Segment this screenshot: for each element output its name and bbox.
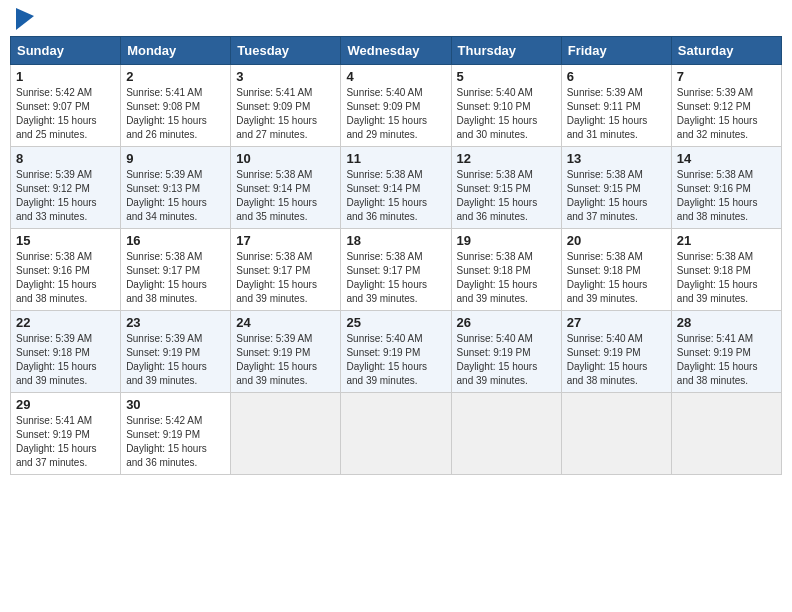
calendar-cell	[561, 393, 671, 475]
day-number: 15	[16, 233, 115, 248]
calendar-header-row: SundayMondayTuesdayWednesdayThursdayFrid…	[11, 37, 782, 65]
day-number: 1	[16, 69, 115, 84]
day-info: Sunrise: 5:40 AM Sunset: 9:19 PM Dayligh…	[457, 332, 556, 388]
day-info: Sunrise: 5:39 AM Sunset: 9:13 PM Dayligh…	[126, 168, 225, 224]
calendar-week-1: 1Sunrise: 5:42 AM Sunset: 9:07 PM Daylig…	[11, 65, 782, 147]
day-number: 4	[346, 69, 445, 84]
calendar-cell: 17Sunrise: 5:38 AM Sunset: 9:17 PM Dayli…	[231, 229, 341, 311]
header-tuesday: Tuesday	[231, 37, 341, 65]
day-number: 27	[567, 315, 666, 330]
day-info: Sunrise: 5:39 AM Sunset: 9:12 PM Dayligh…	[677, 86, 776, 142]
calendar-cell	[231, 393, 341, 475]
day-info: Sunrise: 5:38 AM Sunset: 9:18 PM Dayligh…	[567, 250, 666, 306]
calendar-cell: 4Sunrise: 5:40 AM Sunset: 9:09 PM Daylig…	[341, 65, 451, 147]
day-number: 3	[236, 69, 335, 84]
calendar-cell: 16Sunrise: 5:38 AM Sunset: 9:17 PM Dayli…	[121, 229, 231, 311]
day-info: Sunrise: 5:40 AM Sunset: 9:19 PM Dayligh…	[567, 332, 666, 388]
day-info: Sunrise: 5:41 AM Sunset: 9:19 PM Dayligh…	[16, 414, 115, 470]
day-number: 30	[126, 397, 225, 412]
day-info: Sunrise: 5:38 AM Sunset: 9:15 PM Dayligh…	[567, 168, 666, 224]
day-info: Sunrise: 5:42 AM Sunset: 9:19 PM Dayligh…	[126, 414, 225, 470]
day-info: Sunrise: 5:40 AM Sunset: 9:09 PM Dayligh…	[346, 86, 445, 142]
day-info: Sunrise: 5:42 AM Sunset: 9:07 PM Dayligh…	[16, 86, 115, 142]
calendar-cell: 18Sunrise: 5:38 AM Sunset: 9:17 PM Dayli…	[341, 229, 451, 311]
logo	[14, 10, 34, 28]
calendar-cell: 15Sunrise: 5:38 AM Sunset: 9:16 PM Dayli…	[11, 229, 121, 311]
day-info: Sunrise: 5:38 AM Sunset: 9:18 PM Dayligh…	[457, 250, 556, 306]
calendar-cell: 3Sunrise: 5:41 AM Sunset: 9:09 PM Daylig…	[231, 65, 341, 147]
header-friday: Friday	[561, 37, 671, 65]
day-number: 18	[346, 233, 445, 248]
calendar-week-3: 15Sunrise: 5:38 AM Sunset: 9:16 PM Dayli…	[11, 229, 782, 311]
day-number: 24	[236, 315, 335, 330]
calendar-cell: 5Sunrise: 5:40 AM Sunset: 9:10 PM Daylig…	[451, 65, 561, 147]
day-info: Sunrise: 5:39 AM Sunset: 9:11 PM Dayligh…	[567, 86, 666, 142]
day-number: 8	[16, 151, 115, 166]
calendar-cell: 30Sunrise: 5:42 AM Sunset: 9:19 PM Dayli…	[121, 393, 231, 475]
calendar-cell: 20Sunrise: 5:38 AM Sunset: 9:18 PM Dayli…	[561, 229, 671, 311]
calendar-cell: 26Sunrise: 5:40 AM Sunset: 9:19 PM Dayli…	[451, 311, 561, 393]
header-saturday: Saturday	[671, 37, 781, 65]
day-info: Sunrise: 5:38 AM Sunset: 9:14 PM Dayligh…	[236, 168, 335, 224]
day-info: Sunrise: 5:38 AM Sunset: 9:16 PM Dayligh…	[16, 250, 115, 306]
calendar-cell: 7Sunrise: 5:39 AM Sunset: 9:12 PM Daylig…	[671, 65, 781, 147]
calendar-cell: 28Sunrise: 5:41 AM Sunset: 9:19 PM Dayli…	[671, 311, 781, 393]
calendar-cell: 6Sunrise: 5:39 AM Sunset: 9:11 PM Daylig…	[561, 65, 671, 147]
day-number: 9	[126, 151, 225, 166]
calendar-cell: 24Sunrise: 5:39 AM Sunset: 9:19 PM Dayli…	[231, 311, 341, 393]
calendar-cell: 27Sunrise: 5:40 AM Sunset: 9:19 PM Dayli…	[561, 311, 671, 393]
calendar-cell: 25Sunrise: 5:40 AM Sunset: 9:19 PM Dayli…	[341, 311, 451, 393]
day-number: 14	[677, 151, 776, 166]
page-header	[10, 10, 782, 28]
day-info: Sunrise: 5:38 AM Sunset: 9:17 PM Dayligh…	[236, 250, 335, 306]
day-info: Sunrise: 5:38 AM Sunset: 9:18 PM Dayligh…	[677, 250, 776, 306]
header-sunday: Sunday	[11, 37, 121, 65]
calendar-cell: 1Sunrise: 5:42 AM Sunset: 9:07 PM Daylig…	[11, 65, 121, 147]
header-monday: Monday	[121, 37, 231, 65]
header-wednesday: Wednesday	[341, 37, 451, 65]
logo-icon	[16, 8, 34, 30]
day-number: 10	[236, 151, 335, 166]
day-number: 23	[126, 315, 225, 330]
calendar-cell	[451, 393, 561, 475]
day-number: 12	[457, 151, 556, 166]
svg-marker-0	[16, 8, 34, 30]
day-info: Sunrise: 5:39 AM Sunset: 9:19 PM Dayligh…	[236, 332, 335, 388]
calendar-cell: 14Sunrise: 5:38 AM Sunset: 9:16 PM Dayli…	[671, 147, 781, 229]
day-number: 28	[677, 315, 776, 330]
day-number: 7	[677, 69, 776, 84]
calendar-cell: 22Sunrise: 5:39 AM Sunset: 9:18 PM Dayli…	[11, 311, 121, 393]
day-info: Sunrise: 5:40 AM Sunset: 9:19 PM Dayligh…	[346, 332, 445, 388]
day-number: 25	[346, 315, 445, 330]
calendar-cell: 19Sunrise: 5:38 AM Sunset: 9:18 PM Dayli…	[451, 229, 561, 311]
day-info: Sunrise: 5:41 AM Sunset: 9:08 PM Dayligh…	[126, 86, 225, 142]
calendar-week-2: 8Sunrise: 5:39 AM Sunset: 9:12 PM Daylig…	[11, 147, 782, 229]
day-number: 21	[677, 233, 776, 248]
day-number: 2	[126, 69, 225, 84]
calendar-cell: 2Sunrise: 5:41 AM Sunset: 9:08 PM Daylig…	[121, 65, 231, 147]
day-info: Sunrise: 5:41 AM Sunset: 9:19 PM Dayligh…	[677, 332, 776, 388]
day-number: 22	[16, 315, 115, 330]
calendar-table: SundayMondayTuesdayWednesdayThursdayFrid…	[10, 36, 782, 475]
calendar-cell: 21Sunrise: 5:38 AM Sunset: 9:18 PM Dayli…	[671, 229, 781, 311]
calendar-week-4: 22Sunrise: 5:39 AM Sunset: 9:18 PM Dayli…	[11, 311, 782, 393]
day-info: Sunrise: 5:38 AM Sunset: 9:17 PM Dayligh…	[346, 250, 445, 306]
day-number: 5	[457, 69, 556, 84]
day-number: 29	[16, 397, 115, 412]
day-number: 17	[236, 233, 335, 248]
day-number: 11	[346, 151, 445, 166]
day-info: Sunrise: 5:41 AM Sunset: 9:09 PM Dayligh…	[236, 86, 335, 142]
calendar-cell: 10Sunrise: 5:38 AM Sunset: 9:14 PM Dayli…	[231, 147, 341, 229]
calendar-cell: 9Sunrise: 5:39 AM Sunset: 9:13 PM Daylig…	[121, 147, 231, 229]
calendar-cell: 23Sunrise: 5:39 AM Sunset: 9:19 PM Dayli…	[121, 311, 231, 393]
header-thursday: Thursday	[451, 37, 561, 65]
calendar-cell: 8Sunrise: 5:39 AM Sunset: 9:12 PM Daylig…	[11, 147, 121, 229]
day-info: Sunrise: 5:40 AM Sunset: 9:10 PM Dayligh…	[457, 86, 556, 142]
day-info: Sunrise: 5:39 AM Sunset: 9:18 PM Dayligh…	[16, 332, 115, 388]
calendar-cell: 12Sunrise: 5:38 AM Sunset: 9:15 PM Dayli…	[451, 147, 561, 229]
calendar-cell: 11Sunrise: 5:38 AM Sunset: 9:14 PM Dayli…	[341, 147, 451, 229]
calendar-cell	[341, 393, 451, 475]
day-info: Sunrise: 5:38 AM Sunset: 9:14 PM Dayligh…	[346, 168, 445, 224]
day-info: Sunrise: 5:38 AM Sunset: 9:16 PM Dayligh…	[677, 168, 776, 224]
calendar-cell	[671, 393, 781, 475]
